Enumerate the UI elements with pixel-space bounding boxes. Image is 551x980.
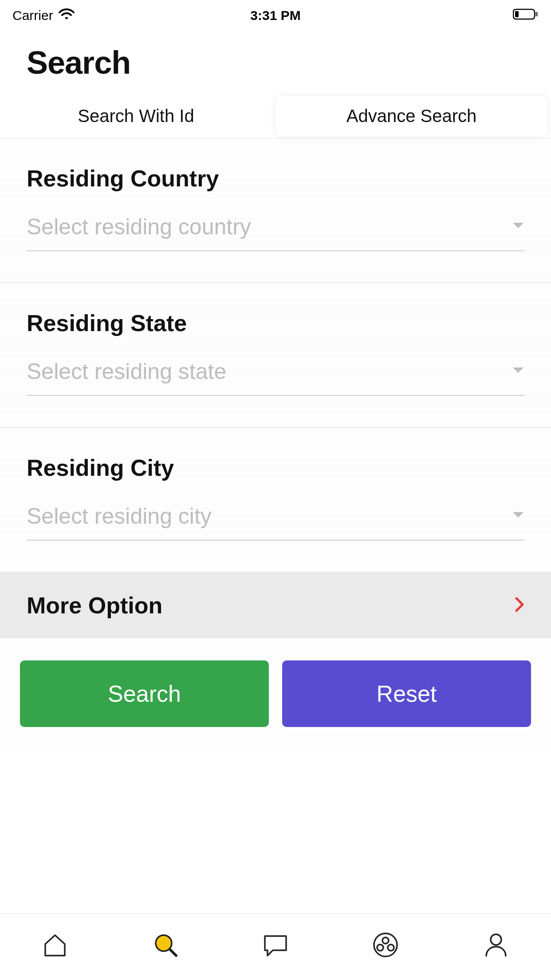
field-residing-country: Residing Country Select residing country xyxy=(0,138,551,283)
tab-search-with-id[interactable]: Search With Id xyxy=(0,94,272,138)
chevron-right-icon xyxy=(515,597,524,614)
chevron-down-icon xyxy=(512,222,524,232)
tab-advance-search[interactable]: Advance Search xyxy=(276,96,547,136)
status-time: 3:31 PM xyxy=(250,8,300,23)
chevron-down-icon xyxy=(512,511,524,521)
field-label: Residing Country xyxy=(27,165,524,192)
field-label: Residing City xyxy=(27,454,524,481)
reset-button[interactable]: Reset xyxy=(282,660,531,727)
nav-home[interactable] xyxy=(37,927,73,963)
carrier-label: Carrier xyxy=(12,8,53,23)
field-label: Residing State xyxy=(27,310,524,336)
search-button[interactable]: Search xyxy=(20,660,269,727)
svg-rect-1 xyxy=(515,11,519,17)
select-residing-city[interactable]: Select residing city xyxy=(27,494,524,541)
tab-label: Advance Search xyxy=(346,106,477,126)
status-bar: Carrier 3:31 PM xyxy=(0,0,551,27)
nav-messages[interactable] xyxy=(258,927,293,963)
wifi-icon xyxy=(59,8,75,24)
action-row: Search Reset xyxy=(0,638,551,745)
more-option-label: More Option xyxy=(27,592,162,619)
page-title: Search xyxy=(0,27,551,94)
svg-point-7 xyxy=(377,944,383,951)
button-label: Reset xyxy=(377,681,437,707)
bottom-nav xyxy=(0,913,551,980)
content-area: Residing Country Select residing country… xyxy=(0,138,551,745)
nav-search[interactable] xyxy=(148,927,183,963)
nav-groups[interactable] xyxy=(368,927,403,963)
select-residing-state[interactable]: Select residing state xyxy=(27,350,524,396)
chevron-down-icon xyxy=(512,367,524,376)
status-left: Carrier xyxy=(12,8,75,24)
svg-point-6 xyxy=(382,937,389,944)
select-residing-country[interactable]: Select residing country xyxy=(27,205,524,251)
status-right xyxy=(513,8,539,24)
select-placeholder: Select residing country xyxy=(27,214,251,240)
svg-point-8 xyxy=(388,944,394,951)
svg-rect-2 xyxy=(535,12,538,16)
more-option-row[interactable]: More Option xyxy=(0,573,551,638)
svg-point-9 xyxy=(491,934,501,945)
field-residing-city: Residing City Select residing city xyxy=(0,428,551,573)
select-placeholder: Select residing city xyxy=(27,503,212,529)
search-tabs: Search With Id Advance Search xyxy=(0,94,551,138)
nav-profile[interactable] xyxy=(478,927,514,963)
select-placeholder: Select residing state xyxy=(27,359,226,384)
svg-line-4 xyxy=(170,949,176,956)
tab-label: Search With Id xyxy=(78,106,194,126)
button-label: Search xyxy=(108,681,181,707)
field-residing-state: Residing State Select residing state xyxy=(0,283,551,428)
battery-icon xyxy=(513,8,539,24)
